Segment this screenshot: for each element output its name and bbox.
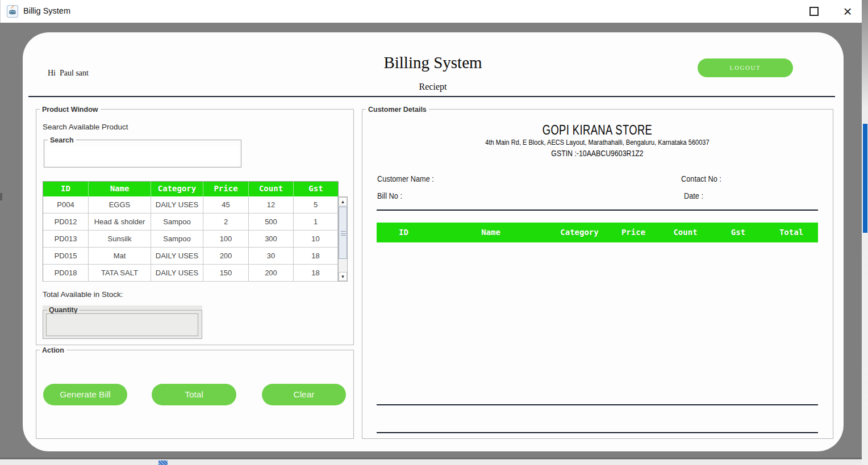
table-row[interactable]: PD013 Sunsilk Sampoo 100 300 10: [43, 231, 339, 248]
cell-category[interactable]: DAILY USES: [151, 248, 203, 265]
receipt-divider-middle: [377, 404, 818, 405]
cell-gst[interactable]: 5: [294, 196, 338, 213]
receipt-col-category: Category: [551, 223, 608, 242]
receipt-col-price: Price: [608, 223, 659, 242]
scrollbar-thumb[interactable]: [339, 207, 347, 259]
customer-details-group-title: Customer Details: [366, 106, 429, 114]
generate-bill-button[interactable]: Generate Bill: [43, 384, 127, 405]
product-table: ID Name Category Price Count Gst P004 EG…: [43, 181, 348, 282]
action-group-title: Action: [40, 346, 66, 354]
customer-details-group: [362, 109, 833, 439]
receipt-col-gst: Gst: [712, 223, 765, 242]
col-header-count[interactable]: Count: [249, 182, 294, 196]
scroll-up-icon[interactable]: ▲: [339, 197, 347, 206]
cell-name[interactable]: TATA SALT: [89, 265, 151, 282]
col-header-id[interactable]: ID: [43, 182, 89, 196]
cell-id[interactable]: P004: [43, 196, 89, 213]
logout-button[interactable]: LOGOUT: [698, 58, 793, 77]
store-address: 4th Main Rd, E Block, AECS Layout, Marat…: [410, 138, 784, 146]
cell-category[interactable]: Sampoo: [151, 213, 203, 231]
maximize-button[interactable]: [809, 7, 819, 16]
cell-name[interactable]: Sunsilk: [89, 231, 151, 248]
cell-count[interactable]: 200: [249, 265, 294, 282]
total-button[interactable]: Total: [152, 384, 236, 405]
taskbar-strip: [0, 459, 868, 465]
search-available-label: Search Available Product: [43, 123, 128, 131]
quantity-input[interactable]: [46, 313, 198, 336]
receipt-col-id: ID: [377, 223, 431, 242]
product-window-group-title: Product Window: [40, 106, 101, 114]
product-table-body: P004 EGGS DAILY USES 45 12 5 PD012 Head …: [43, 196, 339, 282]
cell-price[interactable]: 200: [203, 248, 249, 265]
cell-id[interactable]: PD012: [43, 213, 89, 231]
cell-count[interactable]: 500: [249, 213, 294, 231]
scroll-down-icon[interactable]: ▼: [339, 272, 347, 281]
cell-id[interactable]: PD015: [43, 248, 89, 265]
store-name: GOPI KIRANA STORE: [421, 123, 774, 138]
quantity-group: Quantity: [43, 305, 202, 339]
cell-gst[interactable]: 18: [294, 265, 338, 282]
col-header-price[interactable]: Price: [203, 182, 249, 196]
cell-price[interactable]: 150: [203, 265, 249, 282]
quantity-group-title: Quantity: [47, 306, 80, 314]
cell-category[interactable]: DAILY USES: [151, 196, 203, 213]
cell-count[interactable]: 30: [249, 248, 294, 265]
table-row[interactable]: P004 EGGS DAILY USES 45 12 5: [43, 196, 339, 213]
total-stock-label: Total Available in Stock:: [43, 290, 123, 299]
search-group-title: Search: [48, 136, 76, 144]
page-subtitle: Reciept: [339, 82, 527, 92]
close-button[interactable]: ×: [838, 2, 857, 22]
cell-id[interactable]: PD018: [43, 265, 89, 282]
cell-id[interactable]: PD013: [43, 231, 89, 248]
window-title: Billig System: [23, 6, 70, 15]
cell-price[interactable]: 2: [203, 213, 249, 231]
screen: Billig System × Hi Paul sant Billing Sys…: [0, 0, 868, 465]
receipt-table-header: ID Name Category Price Count Gst Total: [377, 223, 818, 242]
left-edge-artifact: [0, 193, 2, 200]
col-header-gst[interactable]: Gst: [294, 182, 338, 196]
scrollbar-grip-icon: [341, 231, 346, 236]
cell-gst[interactable]: 18: [294, 248, 338, 265]
cell-category[interactable]: DAILY USES: [151, 265, 203, 282]
cell-count[interactable]: 300: [249, 231, 294, 248]
table-scrollbar[interactable]: ▲ ▼: [338, 196, 348, 282]
receipt-col-total: Total: [765, 223, 818, 242]
cell-name[interactable]: Head & sholder: [89, 213, 151, 231]
minimize-button[interactable]: [766, 0, 796, 23]
header-divider: [28, 96, 835, 97]
receipt-col-count: Count: [659, 223, 712, 242]
table-row[interactable]: PD018 TATA SALT DAILY USES 150 200 18: [43, 265, 339, 282]
cell-gst[interactable]: 10: [294, 231, 338, 248]
cell-name[interactable]: Mat: [89, 248, 151, 265]
page-title: Billing System: [339, 53, 527, 72]
col-header-category[interactable]: Category: [151, 182, 203, 196]
store-gstin: GSTIN :-10AABCU9603R1Z2: [410, 149, 784, 158]
title-bar: Billig System ×: [0, 0, 862, 23]
table-row[interactable]: PD015 Mat DAILY USES 200 30 18: [43, 248, 339, 265]
background-scrollbar-strip: [863, 124, 867, 233]
product-table-header: ID Name Category Price Count Gst: [43, 181, 339, 196]
java-icon: [7, 5, 18, 18]
receipt-divider-top: [377, 210, 818, 211]
contact-no-label: Contact No :: [681, 174, 721, 183]
table-row[interactable]: PD012 Head & sholder Sampoo 2 500 1: [43, 213, 339, 231]
taskbar-app-icon[interactable]: [158, 460, 168, 465]
search-input[interactable]: [45, 146, 239, 165]
date-label: Date :: [684, 191, 703, 200]
customer-name-label: Customer Name :: [377, 174, 434, 183]
cell-name[interactable]: EGGS: [89, 196, 151, 213]
receipt-col-name: Name: [431, 223, 551, 242]
bill-no-label: Bill No :: [377, 191, 402, 200]
cell-price[interactable]: 100: [203, 231, 249, 248]
clear-button[interactable]: Clear: [262, 384, 346, 405]
cell-gst[interactable]: 1: [294, 213, 338, 231]
cell-price[interactable]: 45: [203, 196, 249, 213]
cell-category[interactable]: Sampoo: [151, 231, 203, 248]
receipt-divider-bottom: [377, 432, 818, 433]
cell-count[interactable]: 12: [249, 196, 294, 213]
user-greeting: Hi Paul sant: [48, 69, 89, 78]
col-header-name[interactable]: Name: [89, 182, 151, 196]
